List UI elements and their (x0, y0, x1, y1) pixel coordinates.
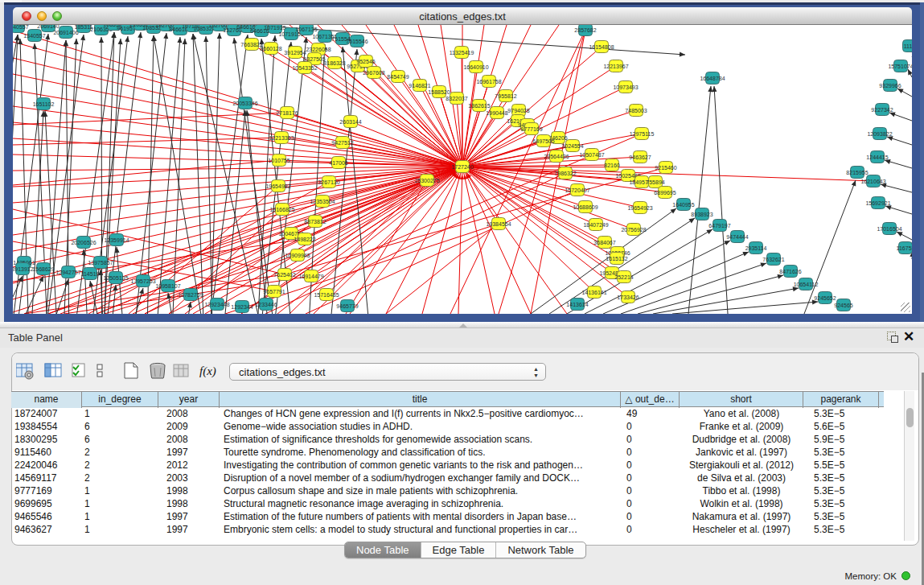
svg-text:19166825: 19166825 (269, 207, 294, 212)
svg-text:3024554: 3024554 (561, 143, 583, 149)
svg-text:417006: 417006 (329, 160, 347, 166)
svg-text:7625402: 7625402 (273, 272, 295, 278)
svg-text:252214: 252214 (614, 274, 633, 280)
svg-text:1244415: 1244415 (866, 154, 888, 160)
svg-text:16914479: 16914479 (298, 274, 323, 279)
svg-text:9463627: 9463627 (629, 154, 651, 160)
svg-text:10688609: 10688609 (573, 204, 598, 210)
svg-text:1362615: 1362615 (468, 103, 490, 109)
svg-text:6899695: 6899695 (654, 190, 676, 196)
svg-text:20756928: 20756928 (621, 227, 646, 233)
svg-text:15720407: 15720407 (565, 187, 589, 193)
svg-text:952546: 952546 (356, 59, 375, 64)
svg-text:9329966: 9329966 (879, 83, 901, 89)
svg-text:20564436: 20564436 (544, 154, 569, 159)
svg-text:1071915: 1071915 (264, 25, 285, 31)
svg-text:82160: 82160 (604, 163, 620, 168)
svg-text:114519: 114519 (81, 271, 100, 277)
svg-text:9474444: 9474444 (726, 234, 748, 240)
svg-text:10654112: 10654112 (794, 282, 819, 287)
svg-text:3684067: 3684067 (593, 240, 615, 245)
svg-text:9215460: 9215460 (655, 165, 676, 171)
svg-text:16961758: 16961758 (476, 79, 501, 84)
svg-text:7986322: 7986322 (554, 171, 576, 176)
svg-text:12353504: 12353504 (310, 199, 335, 204)
svg-text:755894: 755894 (646, 179, 664, 185)
svg-text:9794028: 9794028 (507, 108, 529, 113)
svg-text:20691406: 20691406 (53, 30, 78, 35)
svg-text:3267130: 3267130 (318, 179, 339, 185)
svg-text:20206526: 20206526 (71, 240, 96, 245)
svg-text:10543352: 10543352 (292, 65, 317, 71)
svg-text:8454749: 8454749 (387, 74, 409, 80)
svg-text:25300275: 25300275 (414, 178, 439, 183)
svg-text:7955812: 7955812 (495, 93, 516, 99)
svg-text:12923448: 12923448 (204, 302, 229, 307)
svg-text:12213363: 12213363 (269, 135, 294, 141)
svg-text:9427512: 9427512 (331, 140, 353, 146)
svg-text:9227342: 9227342 (871, 107, 893, 113)
svg-text:16640910: 16640910 (463, 64, 488, 70)
svg-text:1588520: 1588520 (428, 89, 450, 95)
svg-text:6497505: 6497505 (532, 138, 554, 144)
svg-text:2935114: 2935114 (745, 245, 767, 251)
svg-text:10973493: 10973493 (613, 84, 638, 90)
svg-text:1651102: 1651102 (33, 101, 55, 107)
svg-text:12975115: 12975115 (630, 131, 655, 137)
svg-text:17016504: 17016504 (877, 226, 901, 232)
svg-text:3912954: 3912954 (284, 50, 306, 56)
svg-text:19384554: 19384554 (486, 221, 511, 227)
svg-text:9245652: 9245652 (814, 295, 836, 301)
svg-text:116753: 116753 (897, 245, 912, 251)
svg-text:1292344: 1292344 (231, 304, 253, 310)
svg-text:1067135: 1067135 (295, 27, 317, 32)
svg-text:1498222: 1498222 (294, 237, 315, 242)
svg-text:12942757: 12942757 (55, 270, 80, 275)
svg-text:1233446: 1233446 (255, 302, 277, 307)
svg-text:1010755: 1010755 (268, 158, 290, 163)
svg-text:924565: 924565 (834, 303, 852, 308)
svg-text:7515546: 7515546 (346, 39, 368, 44)
svg-text:2967608: 2967608 (363, 70, 384, 76)
svg-text:15716485: 15716485 (314, 292, 339, 298)
svg-text:9777169: 9777169 (520, 126, 542, 132)
svg-text:1340557: 1340557 (13, 25, 29, 30)
svg-text:1640955: 1640955 (672, 202, 694, 208)
svg-text:23226058: 23226058 (306, 47, 331, 52)
svg-text:2857682: 2857682 (574, 27, 596, 33)
svg-text:7485003: 7485003 (625, 108, 647, 113)
svg-text:9657791: 9657791 (263, 289, 285, 295)
svg-text:9465779: 9465779 (336, 303, 358, 309)
svg-text:16154808: 16154808 (589, 44, 614, 50)
svg-text:9146821: 9146821 (409, 83, 430, 89)
svg-text:1727240: 1727240 (451, 164, 473, 170)
svg-text:15692921: 15692921 (865, 200, 890, 206)
svg-text:10958107: 10958107 (155, 283, 180, 289)
svg-text:16648784: 16648784 (700, 76, 725, 81)
svg-text:6479197: 6479197 (708, 223, 730, 229)
svg-text:f(x): f(x) (199, 365, 216, 378)
svg-text:16782759: 16782759 (178, 292, 203, 298)
svg-text:12093822: 12093822 (867, 131, 892, 137)
svg-text:8938923: 8938923 (691, 212, 713, 217)
svg-text:1568629: 1568629 (32, 266, 54, 272)
svg-text:13975857: 13975857 (88, 260, 113, 266)
svg-text:8322037: 8322037 (446, 96, 467, 101)
svg-text:8215955: 8215955 (846, 170, 868, 175)
svg-text:2603144: 2603144 (339, 119, 361, 125)
svg-text:2069140: 2069140 (37, 25, 59, 29)
svg-text:12505135: 12505135 (103, 275, 128, 281)
svg-text:1733426: 1733426 (617, 295, 639, 300)
svg-text:12359914: 12359914 (104, 237, 129, 243)
svg-text:15751074: 15751074 (888, 64, 912, 69)
svg-text:8186328: 8186328 (323, 60, 345, 66)
svg-text:1615132: 1615132 (606, 256, 627, 262)
svg-text:2718176: 2718176 (276, 110, 298, 116)
svg-text:7632621: 7632621 (762, 257, 784, 262)
svg-text:19654923: 19654923 (627, 205, 652, 211)
svg-text:10507487: 10507487 (579, 152, 604, 158)
svg-text:3913912: 3913912 (13, 266, 34, 272)
svg-text:9327505: 9327505 (303, 56, 325, 62)
svg-text:20053346: 20053346 (232, 101, 257, 106)
svg-text:17957253: 17957253 (130, 278, 155, 284)
